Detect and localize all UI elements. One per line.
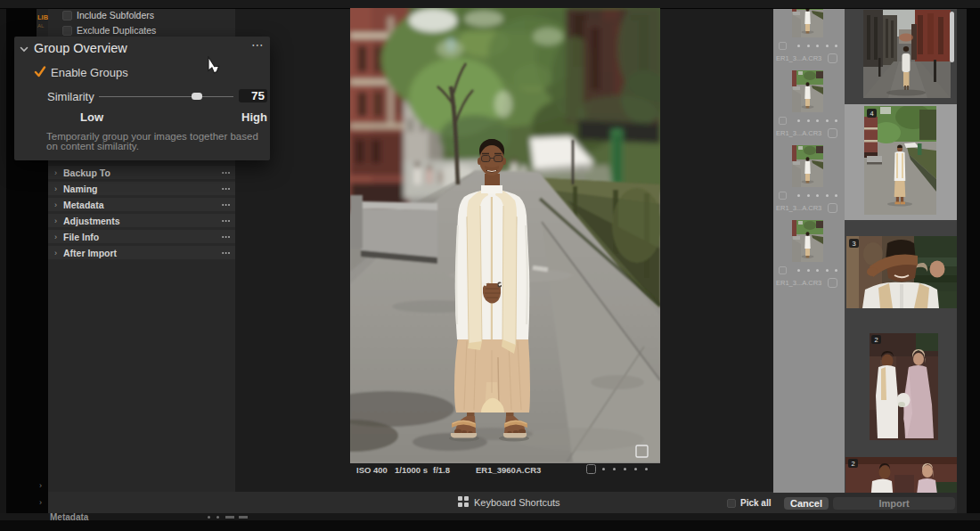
svg-text:3: 3 — [852, 240, 855, 248]
svg-text:2: 2 — [874, 336, 878, 344]
svg-text:4: 4 — [870, 110, 873, 118]
svg-text:2: 2 — [851, 460, 854, 468]
